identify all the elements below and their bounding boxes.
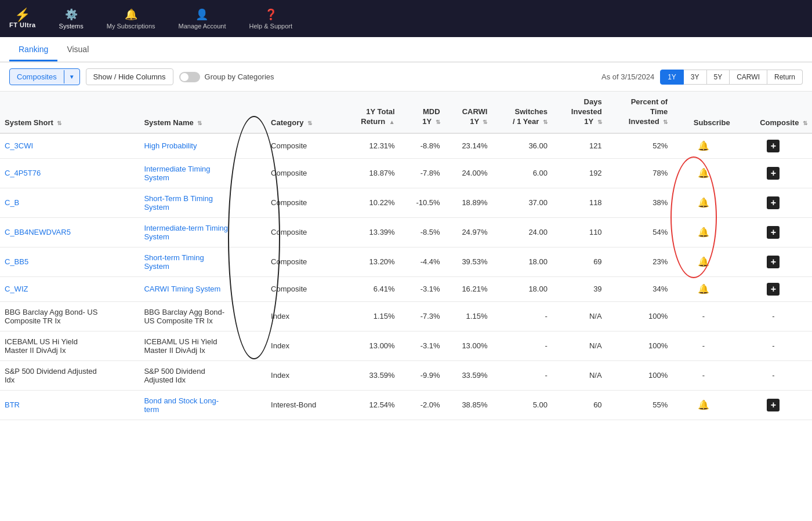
subscribe-cell[interactable]: 🔔 xyxy=(672,247,734,276)
nav-item-help-support[interactable]: ❓ Help & Support xyxy=(244,6,297,32)
table-row: BBG Barclay Agg Bond- US Composite TR Ix… xyxy=(0,301,812,331)
composite-add-button[interactable]: + xyxy=(767,226,780,239)
period-5y[interactable]: 5Y xyxy=(707,70,730,85)
th-carwi-1y[interactable]: CARWI1Y ⇅ xyxy=(445,92,492,133)
th-1y-total-return[interactable]: 1Y TotalReturn ▲ xyxy=(340,92,399,133)
table-cell: 1.15% xyxy=(445,301,492,331)
system-link[interactable]: C_BB5 xyxy=(5,257,28,266)
nav-item-my-subscriptions[interactable]: 🔔 My Subscriptions xyxy=(102,6,160,32)
th-mdd-1y[interactable]: MDD1Y ⇅ xyxy=(400,92,445,133)
system-link[interactable]: Intermediate-term Timing System xyxy=(144,224,228,241)
subscribe-bell-button[interactable]: 🔔 xyxy=(698,197,709,208)
table-cell[interactable]: C_4P5T76 xyxy=(0,158,139,188)
composites-button[interactable]: Composites ▼ xyxy=(9,68,80,85)
subscribe-cell[interactable]: 🔔 xyxy=(672,133,734,159)
composite-cell[interactable]: + xyxy=(735,158,812,188)
system-link[interactable]: C_B xyxy=(5,198,19,207)
table-cell[interactable]: C_BB5 xyxy=(0,247,139,276)
composite-cell[interactable]: + xyxy=(735,133,812,159)
subscribe-cell[interactable]: 🔔 xyxy=(672,217,734,247)
composite-add-button[interactable]: + xyxy=(767,256,780,268)
system-link[interactable]: C_BB4NEWDVAR5 xyxy=(5,228,71,236)
subscribe-bell-button[interactable]: 🔔 xyxy=(698,256,709,267)
table-cell: -7.3% xyxy=(400,301,445,331)
table-cell[interactable]: Short-term Timing System xyxy=(139,247,266,276)
th-system-name[interactable]: System Name ⇅ xyxy=(139,92,266,133)
table-cell: BBG Barclay Agg Bond- US Composite TR Ix xyxy=(139,301,266,331)
subscribe-bell-button[interactable]: 🔔 xyxy=(698,399,709,410)
system-link[interactable]: C_WIZ xyxy=(5,285,28,293)
table-cell: 78% xyxy=(607,158,673,188)
subscribe-bell-button[interactable]: 🔔 xyxy=(698,283,709,294)
table-cell[interactable]: Intermediate-term Timing System xyxy=(139,217,266,247)
th-days-invested[interactable]: DaysInvested1Y ⇅ xyxy=(552,92,607,133)
subscribe-bell-button[interactable]: 🔔 xyxy=(698,140,709,151)
system-link[interactable]: C_3CWI xyxy=(5,141,33,150)
table-cell[interactable]: BTR xyxy=(0,390,139,420)
table-cell[interactable]: High Probability xyxy=(139,133,266,159)
th-pct-time[interactable]: Percent ofTimeInvested ⇅ xyxy=(607,92,673,133)
system-link[interactable]: High Probability xyxy=(144,141,197,150)
nav-item-systems[interactable]: ⚙️ Systems xyxy=(55,6,88,32)
table-cell: - xyxy=(492,301,552,331)
table-cell[interactable]: Intermediate Timing System xyxy=(139,158,266,188)
show-hide-columns-button[interactable]: Show / Hide Columns xyxy=(86,68,173,85)
group-by-switch[interactable] xyxy=(179,72,200,82)
table-cell: 38% xyxy=(607,188,673,217)
subscribe-cell[interactable]: 🔔 xyxy=(672,390,734,420)
nav-account-label: Manage Account xyxy=(179,23,226,30)
table-cell[interactable]: CARWI Timing System xyxy=(139,276,266,301)
system-link[interactable]: C_4P5T76 xyxy=(5,169,41,177)
composites-dropdown-arrow[interactable]: ▼ xyxy=(64,70,79,83)
table-cell: -3.1% xyxy=(400,331,445,360)
table-cell[interactable]: C_B xyxy=(0,188,139,217)
subscribe-cell[interactable]: 🔔 xyxy=(672,158,734,188)
subscribe-cell[interactable]: 🔔 xyxy=(672,276,734,301)
subscribe-bell-button[interactable]: 🔔 xyxy=(698,167,709,178)
nav-help-label: Help & Support xyxy=(249,23,292,30)
table-cell[interactable]: Bond and Stock Long- term xyxy=(139,390,266,420)
period-3y[interactable]: 3Y xyxy=(684,70,707,85)
nav-item-manage-account[interactable]: 👤 Manage Account xyxy=(174,6,231,32)
period-1y[interactable]: 1Y xyxy=(660,70,684,85)
system-link[interactable]: Intermediate Timing System xyxy=(144,165,210,182)
table-row: C_WIZCARWI Timing SystemComposite6.41%-3… xyxy=(0,276,812,301)
composite-add-button[interactable]: + xyxy=(767,140,780,152)
table-cell[interactable]: C_BB4NEWDVAR5 xyxy=(0,217,139,247)
composite-add-button[interactable]: + xyxy=(767,399,780,411)
composite-cell[interactable]: + xyxy=(735,247,812,276)
system-link[interactable]: Short-Term B Timing System xyxy=(144,194,212,212)
table-cell: 24.00 xyxy=(492,217,552,247)
sort-icon-carwi: ⇅ xyxy=(483,119,487,125)
system-link[interactable]: CARWI Timing System xyxy=(144,285,220,293)
subscribe-bell-button[interactable]: 🔔 xyxy=(698,227,709,238)
table-cell[interactable]: C_3CWI xyxy=(0,133,139,159)
system-link[interactable]: Bond and Stock Long- term xyxy=(144,396,219,414)
as-of-date: As of 3/15/2024 xyxy=(601,72,654,81)
composite-cell[interactable]: + xyxy=(735,276,812,301)
period-carwi[interactable]: CARWI xyxy=(730,70,767,85)
th-category[interactable]: Category ⇅ xyxy=(266,92,340,133)
table-cell[interactable]: Short-Term B Timing System xyxy=(139,188,266,217)
period-return[interactable]: Return xyxy=(767,70,803,85)
subscribe-cell[interactable]: 🔔 xyxy=(672,188,734,217)
th-switches[interactable]: Switches/ 1 Year ⇅ xyxy=(492,92,552,133)
table-cell: 13.00% xyxy=(340,331,399,360)
brand-icon: ⚡ xyxy=(14,9,30,21)
tab-visual[interactable]: Visual xyxy=(57,39,98,61)
composite-cell[interactable]: + xyxy=(735,390,812,420)
table-cell: - xyxy=(492,360,552,390)
composite-add-button[interactable]: + xyxy=(767,167,780,180)
systems-icon: ⚙️ xyxy=(65,8,78,21)
th-composite[interactable]: Composite ⇅ xyxy=(735,92,812,133)
table-cell: 24.97% xyxy=(445,217,492,247)
composite-add-button[interactable]: + xyxy=(767,196,780,209)
tab-ranking[interactable]: Ranking xyxy=(9,39,57,61)
composite-cell[interactable]: + xyxy=(735,188,812,217)
system-link[interactable]: Short-term Timing System xyxy=(144,253,204,271)
th-system-short[interactable]: System Short ⇅ xyxy=(0,92,139,133)
composite-add-button[interactable]: + xyxy=(767,283,780,296)
system-link[interactable]: BTR xyxy=(5,400,20,409)
table-cell[interactable]: C_WIZ xyxy=(0,276,139,301)
composite-cell[interactable]: + xyxy=(735,217,812,247)
